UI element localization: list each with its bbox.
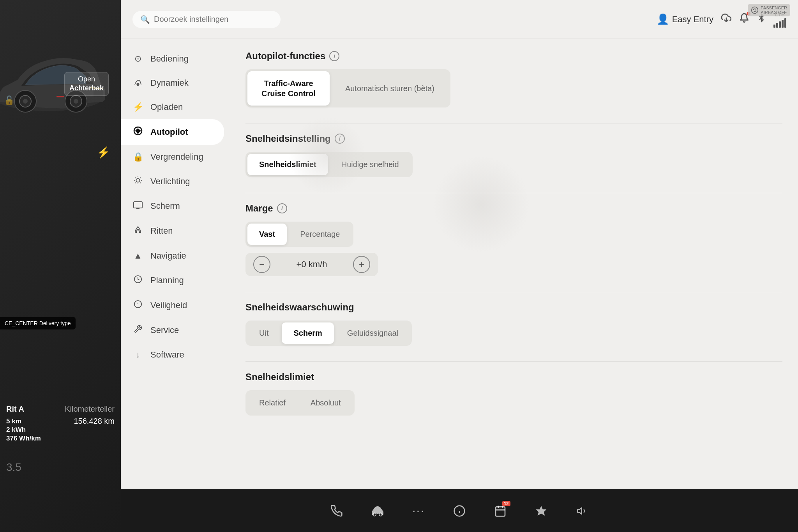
scherm-button[interactable]: Scherm [282, 322, 334, 344]
svg-point-3 [23, 99, 28, 104]
sidebar-item-opladen[interactable]: ⚡ Opladen [121, 95, 224, 119]
autopilot-functies-section: Autopilot-functies i Traffic-Aware Cruis… [245, 51, 782, 107]
volume-icon[interactable] [572, 500, 593, 521]
svg-marker-43 [577, 507, 582, 514]
version-number: 3.5 [6, 461, 21, 474]
svg-line-25 [140, 178, 141, 178]
svg-point-17 [136, 178, 139, 182]
veiligheid-icon [132, 300, 143, 311]
svg-point-6 [74, 99, 78, 104]
sidebar-item-dynamiek[interactable]: Dynamiek [121, 71, 224, 95]
snelheidslimiet-toggle: Relatief Absoluut [245, 390, 355, 416]
sidebar-item-veiligheid[interactable]: Veiligheid [121, 293, 224, 318]
sidebar-item-vergrendeling[interactable]: 🔒 Vergrendeling [121, 145, 224, 169]
svg-line-21 [140, 183, 141, 183]
svg-rect-26 [134, 202, 142, 208]
apps-icon[interactable] [531, 500, 552, 521]
svg-marker-42 [536, 506, 547, 515]
svg-point-44 [752, 7, 758, 14]
verlichting-icon [132, 176, 143, 187]
service-icon [132, 325, 143, 336]
percentage-button[interactable]: Percentage [288, 224, 351, 245]
easy-entry-button[interactable]: 👤 Easy Entry [657, 13, 713, 25]
snelheidswaarschuwing-section: Snelheidswaarschuwing Uit Scherm Geluids… [245, 302, 782, 346]
sidebar-item-bediening[interactable]: ⊙ Bediening [121, 47, 224, 71]
car-icon[interactable] [367, 500, 388, 521]
tacc-button[interactable]: Traffic-Aware Cruise Control [247, 71, 330, 106]
divider-4 [245, 361, 782, 362]
svg-point-12 [136, 129, 139, 132]
more-icon[interactable]: ··· [408, 500, 429, 521]
content-area: ⊙ Bediening Dynamiek ⚡ Opladen [121, 39, 798, 489]
marge-section: Marge i Vast Percentage − +0 km/h + [245, 203, 782, 276]
autopilot-functies-header: Autopilot-functies i [245, 51, 782, 62]
phone-icon[interactable] [326, 500, 348, 521]
info-icon[interactable] [449, 500, 470, 521]
snelheidsinstelling-info[interactable]: i [335, 134, 345, 144]
svg-line-24 [135, 183, 136, 183]
sidebar-item-ritten[interactable]: Ritten [121, 218, 224, 244]
taskbar: ··· 12 [121, 489, 798, 532]
software-icon: ↓ [132, 350, 143, 360]
search-icon: 🔍 [140, 15, 150, 24]
ritten-icon [132, 225, 143, 237]
svg-rect-38 [496, 507, 505, 516]
speed-minus-button[interactable]: − [253, 256, 270, 273]
snelheidslimiet-button[interactable]: Snelheidslimiet [247, 154, 328, 175]
vergrendeling-icon: 🔒 [132, 152, 143, 162]
open-achterbak-button[interactable]: Open Achterbak [64, 72, 109, 96]
snelheidswaarschuwing-toggle: Uit Scherm Geluidssignaal [245, 321, 412, 346]
navigatie-icon: ▲ [132, 251, 143, 261]
delivery-badge: CE_CENTER Delivery type [0, 317, 76, 329]
huidige-snelheid-button[interactable]: Huidige snelheid [330, 154, 411, 175]
autosteer-button[interactable]: Automatisch sturen (bèta) [331, 71, 448, 106]
sidebar-item-scherm[interactable]: Scherm [121, 194, 224, 218]
signal-bars [773, 18, 786, 28]
geluidssignaal-button[interactable]: Geluidssignaal [335, 322, 410, 344]
snelheidslimiet-section: Snelheidslimiet Relatief Absoluut [245, 372, 782, 416]
sidebar-item-autopilot[interactable]: Autopilot [121, 119, 224, 145]
snelheidslimiet-header: Snelheidslimiet [245, 372, 782, 382]
settings-panel: Autopilot-functies i Traffic-Aware Cruis… [230, 39, 798, 489]
header-bar: 🔍 👤 Easy Entry [121, 0, 798, 39]
sidebar-nav: ⊙ Bediening Dynamiek ⚡ Opladen [121, 39, 230, 489]
marge-info[interactable]: i [277, 203, 287, 213]
scherm-icon [132, 201, 143, 211]
snelheidsinstelling-header: Snelheidsinstelling i [245, 133, 782, 144]
calendar-icon[interactable]: 12 [490, 500, 511, 521]
airbag-badge: PASSENGERAIRBAG OFF [748, 4, 790, 16]
snelheidswaarschuwing-header: Snelheidswaarschuwing [245, 302, 782, 313]
trip-info: Rit A Kilometerteller 5 km 2 kWh 376 Wh/… [0, 397, 121, 454]
download-icon[interactable] [721, 13, 731, 26]
snelheidsinstelling-section: Snelheidsinstelling i Snelheidslimiet Hu… [245, 133, 782, 177]
uit-button[interactable]: Uit [247, 322, 280, 344]
speed-plus-button[interactable]: + [353, 256, 370, 273]
marge-toggle: Vast Percentage [245, 222, 353, 247]
sidebar-item-software[interactable]: ↓ Software [121, 343, 224, 367]
bediening-icon: ⊙ [132, 54, 143, 64]
autopilot-functies-info[interactable]: i [329, 51, 339, 61]
search-container[interactable]: 🔍 [132, 11, 281, 28]
divider-3 [245, 292, 782, 292]
svg-point-10 [137, 83, 139, 85]
speed-control: − +0 km/h + [245, 253, 378, 276]
sidebar-item-planning[interactable]: Planning [121, 268, 224, 293]
person-icon: 👤 [657, 13, 669, 25]
sidebar-item-service[interactable]: Service [121, 318, 224, 343]
divider-1 [245, 123, 782, 123]
divider-2 [245, 193, 782, 193]
sidebar-item-navigatie[interactable]: ▲ Navigatie [121, 244, 224, 268]
sidebar-item-verlichting[interactable]: Verlichting [121, 169, 224, 194]
svg-rect-8 [56, 96, 64, 97]
autopilot-functies-toggle: Traffic-Aware Cruise Control Automatisch… [245, 69, 450, 107]
search-input[interactable] [154, 15, 273, 24]
svg-line-20 [135, 178, 136, 178]
relatief-button[interactable]: Relatief [247, 392, 297, 414]
absoluut-button[interactable]: Absoluut [299, 392, 353, 414]
lock-icon: 🔓 [4, 95, 14, 106]
vast-button[interactable]: Vast [247, 224, 287, 245]
snelheidsinstelling-toggle: Snelheidslimiet Huidige snelheid [245, 152, 413, 177]
autopilot-icon [132, 126, 143, 138]
left-panel: Open Achterbak 🔓 ⚡ CE_CENTER Delivery ty… [0, 0, 121, 532]
planning-icon [132, 275, 143, 286]
